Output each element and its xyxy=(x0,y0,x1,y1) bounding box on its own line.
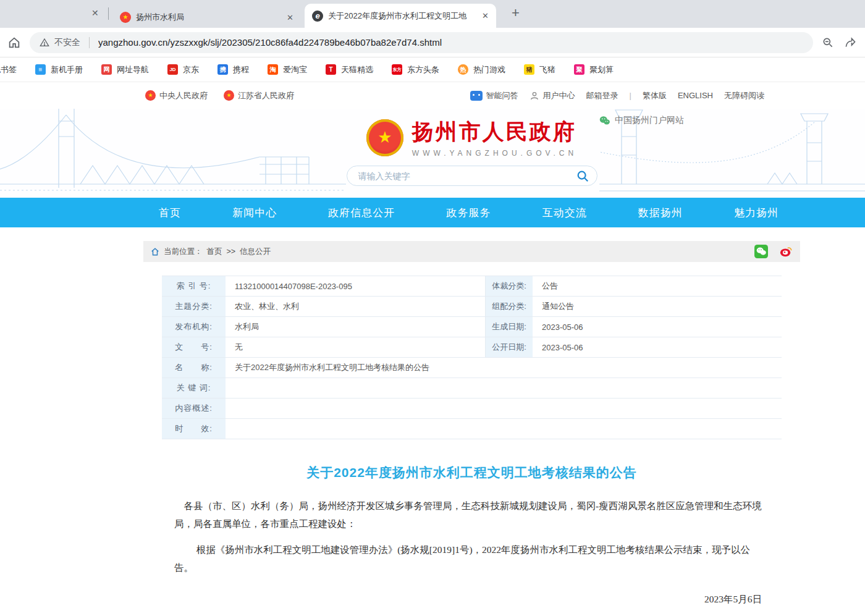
bookmark-fliggy[interactable]: 猪飞猪 xyxy=(524,64,555,75)
mail-login-link[interactable]: 邮箱登录 xyxy=(586,90,618,101)
nav-home[interactable]: 首页 xyxy=(159,206,181,220)
bookmark-games[interactable]: 热热门游戏 xyxy=(458,64,505,75)
fliggy-icon: 猪 xyxy=(524,64,534,75)
share-weibo-button[interactable] xyxy=(779,245,793,258)
robot-icon xyxy=(470,91,483,101)
url-input[interactable]: 不安全 yangzhou.gov.cn/yzszxxgk/slj/202305/… xyxy=(30,32,813,53)
new-tab-button[interactable]: + xyxy=(512,5,520,21)
tab-title: 关于2022年度扬州市水利工程文明工地 xyxy=(328,11,476,22)
nav-interaction[interactable]: 互动交流 xyxy=(542,206,587,220)
tab-divider xyxy=(108,7,109,20)
wechat-icon xyxy=(754,244,768,259)
meta-row: 内容概述: xyxy=(162,399,782,419)
bookmark-taobao[interactable]: 淘爱淘宝 xyxy=(268,64,307,75)
tab-shuiliju[interactable]: ★ 扬州市水利局 ✕ xyxy=(112,7,301,28)
publish-date: 2023-05-06 xyxy=(533,337,782,357)
breadcrumb-current[interactable]: 信息公开 xyxy=(240,247,271,257)
close-tab-icon[interactable]: ✕ xyxy=(91,8,99,18)
article-title: 关于2022年度扬州市水利工程文明工地考核结果的公告 xyxy=(143,464,800,481)
bookmark-toutiao[interactable]: 东方东方头条 xyxy=(392,64,439,75)
bookmark-tmall[interactable]: T天猫精选 xyxy=(326,64,373,75)
wechat-icon xyxy=(599,116,610,125)
link-central-gov[interactable]: ★ 中央人民政府 xyxy=(145,90,208,101)
smart-qa-link[interactable]: 智能问答 xyxy=(470,90,518,101)
omnibox-divider xyxy=(89,37,90,48)
jd-icon: JD xyxy=(167,64,178,75)
link-jiangsu-gov[interactable]: ★ 江苏省人民政府 xyxy=(224,90,294,101)
meta-row: 名 称: 关于2022年度扬州市水利工程文明工地考核结果的公告 xyxy=(162,358,782,378)
national-emblem-icon: ★ xyxy=(366,119,403,156)
browser-tab-bar: ✕ ★ 扬州市水利局 ✕ e 关于2022年度扬州市水利工程文明工地 ✕ + xyxy=(0,0,865,28)
site-search xyxy=(347,166,597,186)
tmall-icon: T xyxy=(326,64,336,75)
summary-value xyxy=(226,399,782,418)
gov-emblem-favicon: ★ xyxy=(120,12,131,23)
meta-row: 索 引 号: 11321000014407098E-2023-095 体裁分类:… xyxy=(162,276,782,297)
meta-row: 文 号: 无 公开日期: 2023-05-06 xyxy=(162,337,782,358)
generated-date: 2023-05-06 xyxy=(533,317,782,337)
meta-row: 关 键 词: xyxy=(162,378,782,399)
search-input[interactable] xyxy=(358,171,576,181)
ctrip-icon: 携 xyxy=(217,64,228,75)
document-meta-table: 索 引 号: 11321000014407098E-2023-095 体裁分类:… xyxy=(162,276,782,439)
keywords-value xyxy=(226,378,782,398)
site-favicon: e xyxy=(312,11,323,22)
breadcrumb-home-link[interactable]: 首页 xyxy=(207,247,222,257)
bookmark-mobile[interactable]: 机书签 xyxy=(0,64,17,75)
nav-services[interactable]: 政务服务 xyxy=(446,206,491,220)
nav-news[interactable]: 新闻中心 xyxy=(232,206,277,220)
nav-data[interactable]: 数据扬州 xyxy=(638,206,683,220)
site-logo[interactable]: ★ 扬州市人民政府 WWW.YANGZHOU.GOV.CN xyxy=(143,117,800,158)
manual-icon: ≡ xyxy=(35,64,46,75)
bookmark-jd[interactable]: JD京东 xyxy=(167,64,199,75)
zoom-out-icon[interactable] xyxy=(822,36,834,49)
doc-title-value: 关于2022年度扬州市水利工程文明工地考核结果的公告 xyxy=(226,358,782,378)
breadcrumb: 当前位置： 首页 >> 信息公开 xyxy=(143,241,800,262)
home-icon xyxy=(151,248,159,256)
page-content: 当前位置： 首页 >> 信息公开 xyxy=(143,241,800,616)
nav-charm[interactable]: 魅力扬州 xyxy=(734,206,778,220)
home-icon[interactable] xyxy=(7,36,21,49)
article-paragraph: 各县（市、区）水利（务）局，扬州经济开发区城乡事务管理局，生态科技新城规划建设局… xyxy=(174,497,766,533)
article-paragraph: 根据《扬州市水利工程文明工地建设管理办法》(扬水规[2019]1号)，2022年… xyxy=(174,541,766,576)
nav-site-icon: 网 xyxy=(101,64,112,75)
bookmark-manual[interactable]: ≡新机手册 xyxy=(35,64,83,75)
meta-row: 主题分类: 农业、林业、水利 组配分类: 通知公告 xyxy=(162,297,782,317)
bookmark-ctrip[interactable]: 携携程 xyxy=(217,64,249,75)
games-icon: 热 xyxy=(458,64,468,75)
index-number: 11321000014407098E-2023-095 xyxy=(226,276,485,296)
tab-active-announcement[interactable]: e 关于2022年度扬州市水利工程文明工地 ✕ xyxy=(305,4,496,28)
doc-number: 无 xyxy=(226,337,485,357)
accessible-link[interactable]: 无障碍阅读 xyxy=(724,90,764,101)
gov-utility-bar: ★ 中央人民政府 ★ 江苏省人民政府 智能问答 用户中心 邮箱登录 | 繁体版 … xyxy=(0,82,865,109)
group-category: 通知公告 xyxy=(533,297,782,316)
publishing-agency: 水利局 xyxy=(226,317,485,337)
site-url: WWW.YANGZHOU.GOV.CN xyxy=(412,149,577,158)
traditional-link[interactable]: 繁体版 xyxy=(643,90,667,101)
nav-info-disclosure[interactable]: 政府信息公开 xyxy=(328,206,395,220)
gov-emblem-icon: ★ xyxy=(224,90,234,101)
share-wechat-button[interactable] xyxy=(754,245,768,258)
security-label: 不安全 xyxy=(54,37,80,48)
portal-badge: 中国扬州门户网站 xyxy=(599,115,684,126)
address-bar: 不安全 yangzhou.gov.cn/yzszxxgk/slj/202305/… xyxy=(0,28,865,57)
gov-emblem-icon: ★ xyxy=(145,90,156,101)
english-link[interactable]: ENGLISH xyxy=(678,91,713,100)
search-icon[interactable] xyxy=(576,169,589,183)
bookmark-juhuasuan[interactable]: 聚聚划算 xyxy=(574,64,614,75)
bookmarks-bar: 机书签 ≡新机手册 网网址导航 JD京东 携携程 淘爱淘宝 T天猫精选 东方东方… xyxy=(0,57,865,82)
share-icon[interactable] xyxy=(844,36,856,49)
juhuasuan-icon: 聚 xyxy=(574,64,584,75)
subject-category: 农业、林业、水利 xyxy=(226,297,485,316)
toutiao-icon: 东方 xyxy=(392,64,402,75)
meta-row: 发布机构: 水利局 生成日期: 2023-05-06 xyxy=(162,317,782,337)
close-tab-icon[interactable]: ✕ xyxy=(481,11,490,20)
close-tab-icon[interactable]: ✕ xyxy=(285,13,295,22)
validity-value xyxy=(226,419,782,439)
main-nav: 首页 新闻中心 政府信息公开 政务服务 互动交流 数据扬州 魅力扬州 xyxy=(0,198,865,227)
site-banner: ★ 扬州市人民政府 WWW.YANGZHOU.GOV.CN 中国扬州门户网站 xyxy=(0,109,865,198)
not-secure-warning-icon xyxy=(40,38,49,48)
bookmark-nav-site[interactable]: 网网址导航 xyxy=(101,64,149,75)
user-center-link[interactable]: 用户中心 xyxy=(530,90,575,101)
person-icon xyxy=(530,91,539,101)
